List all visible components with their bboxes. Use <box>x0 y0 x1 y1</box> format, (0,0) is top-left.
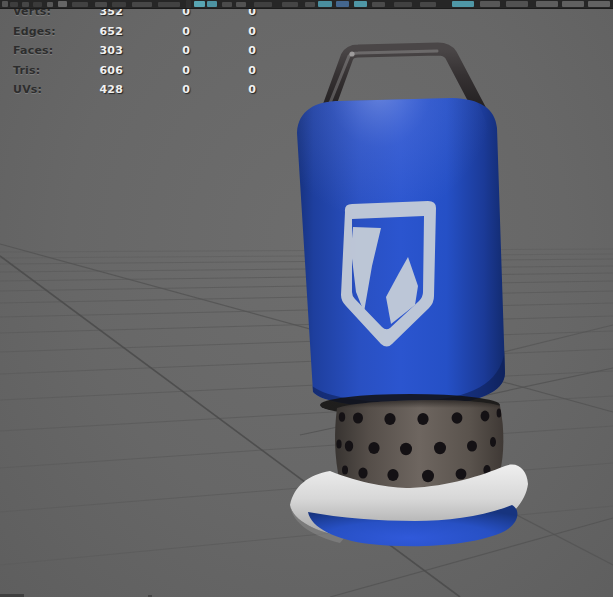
toolbar-icon-fragment <box>394 2 412 7</box>
toolbar-icon-fragment <box>536 1 558 7</box>
hud-value: 0 <box>216 25 256 38</box>
hud-value: 0 <box>150 44 190 57</box>
hud-value: 0 <box>216 44 256 57</box>
toolbar-icon-fragment <box>207 1 217 7</box>
hud-value: 0 <box>150 83 190 96</box>
toolbar-icon-fragment <box>47 2 53 7</box>
toolbar-icon-fragment <box>305 2 315 7</box>
toolbar-icon-fragment <box>33 2 42 7</box>
toolbar-icon-fragment <box>222 2 232 7</box>
hud-row: Edges: 652 0 0 <box>0 25 280 39</box>
hud-row: UVs: 428 0 0 <box>0 83 280 97</box>
toolbar-icon-fragment <box>95 2 107 7</box>
hud-value: 428 <box>63 83 123 96</box>
hud-value: 0 <box>216 83 256 96</box>
app-window: Verts: 352 0 0 Edges: 652 0 0 Faces: 303… <box>0 0 613 597</box>
toolbar-icon-fragment <box>254 2 272 7</box>
hud-row: Faces: 303 0 0 <box>0 44 280 58</box>
toolbar-icon-fragment <box>282 2 298 7</box>
toolbar-icon-fragment <box>132 2 152 7</box>
toolbar-icon-fragment <box>480 1 500 7</box>
toolbar-icon-fragment <box>2 1 8 7</box>
toolbar-icon-fragment <box>336 1 349 7</box>
toolbar-icon-fragment <box>58 1 67 7</box>
hud-poly-count: Verts: 352 0 0 Edges: 652 0 0 Faces: 303… <box>0 0 280 105</box>
toolbar-icon-fragment <box>562 1 584 7</box>
toolbar-icon-fragment <box>372 2 385 7</box>
toolbar-strip[interactable] <box>0 0 613 9</box>
hud-label: Edges: <box>13 25 56 38</box>
hud-value: 303 <box>63 44 123 57</box>
toolbar-icon-fragment <box>354 1 367 7</box>
toolbar-icon-fragment <box>588 1 610 7</box>
toolbar-icon-fragment <box>318 1 332 7</box>
hud-value: 0 <box>150 64 190 77</box>
hud-label: Tris: <box>13 64 40 77</box>
hud-label: Faces: <box>13 44 53 57</box>
hud-value: 606 <box>63 64 123 77</box>
toolbar-icon-fragment <box>420 2 436 7</box>
toolbar-icon-fragment <box>112 2 126 7</box>
toolbar-icon-fragment <box>452 1 474 7</box>
toolbar-icon-fragment <box>506 1 528 7</box>
toolbar-icon-fragment <box>10 2 18 7</box>
viewport-3d[interactable]: Verts: 352 0 0 Edges: 652 0 0 Faces: 303… <box>0 0 613 597</box>
toolbar-icon-fragment <box>158 2 180 7</box>
hud-value: 652 <box>63 25 123 38</box>
toolbar-icon-fragment <box>194 1 205 7</box>
hud-row: Tris: 606 0 0 <box>0 64 280 78</box>
hud-value: 0 <box>216 64 256 77</box>
hud-value: 0 <box>150 25 190 38</box>
toolbar-icon-fragment <box>186 0 191 8</box>
toolbar-icon-fragment <box>236 2 246 7</box>
hud-label: UVs: <box>13 83 42 96</box>
toolbar-icon-fragment <box>72 2 88 7</box>
toolbar-icon-fragment <box>22 2 29 7</box>
